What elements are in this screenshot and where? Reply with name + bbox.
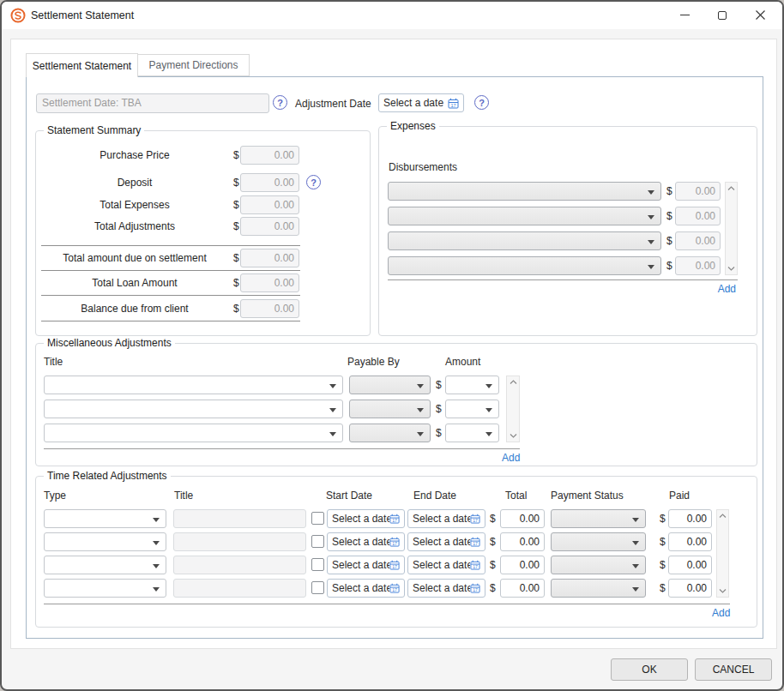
- time-add-link[interactable]: Add: [712, 607, 730, 619]
- time-total-input[interactable]: 0.00: [500, 579, 545, 598]
- balance-due-from-client-input[interactable]: 0.00: [240, 299, 299, 318]
- adjustment-date-help-icon[interactable]: ?: [474, 95, 489, 110]
- time-type-dropdown[interactable]: [44, 556, 166, 574]
- time-paid-input[interactable]: 0.00: [668, 509, 712, 528]
- tab-payment-directions[interactable]: Payment Directions: [137, 54, 250, 76]
- purchase-price-input[interactable]: 0.00: [240, 146, 299, 165]
- disbursement-type-dropdown[interactable]: [388, 256, 661, 275]
- time-end-date-picker[interactable]: Select a date 17: [407, 532, 485, 551]
- time-payment-status-dropdown[interactable]: [551, 509, 646, 528]
- time-start-date-picker[interactable]: Select a date 17: [327, 532, 405, 551]
- end-date-placeholder: Select a date: [413, 582, 470, 594]
- currency-symbol: $: [436, 400, 442, 418]
- deposit-input[interactable]: 0.00: [240, 173, 299, 192]
- misc-amount-dropdown[interactable]: [445, 424, 499, 442]
- time-start-date-header: Start Date: [326, 490, 372, 502]
- adjustment-date-placeholder: Select a date: [383, 97, 448, 109]
- time-total-input[interactable]: 0.00: [500, 556, 545, 574]
- time-end-date-picker[interactable]: Select a date 17: [407, 579, 485, 598]
- misc-payable-by-dropdown[interactable]: [349, 400, 431, 418]
- misc-title-dropdown[interactable]: [44, 400, 343, 418]
- time-row-checkbox[interactable]: [311, 558, 324, 571]
- disbursement-amount-input[interactable]: 0.00: [675, 231, 721, 250]
- time-start-date-picker[interactable]: Select a date 17: [327, 579, 405, 598]
- time-title-field[interactable]: [173, 509, 306, 528]
- currency-symbol: $: [233, 173, 239, 192]
- time-payment-status-dropdown[interactable]: [551, 532, 646, 551]
- total-due-on-settlement-input[interactable]: 0.00: [240, 249, 299, 267]
- time-paid-input[interactable]: 0.00: [668, 532, 712, 551]
- time-payment-status-dropdown[interactable]: [551, 556, 646, 574]
- chevron-down-icon: [510, 433, 517, 438]
- time-title-field[interactable]: [173, 532, 306, 551]
- time-type-dropdown[interactable]: [44, 579, 166, 598]
- chevron-down-icon: [485, 384, 492, 388]
- misc-amount-dropdown[interactable]: [445, 376, 499, 394]
- calendar-icon: 17: [470, 514, 480, 524]
- disbursement-type-dropdown[interactable]: [388, 207, 661, 225]
- cancel-button[interactable]: CANCEL: [695, 658, 772, 681]
- adjustment-date-picker[interactable]: Select a date 17: [378, 93, 464, 112]
- ok-button[interactable]: OK: [611, 658, 688, 681]
- time-paid-input[interactable]: 0.00: [668, 579, 712, 598]
- disbursement-amount-input[interactable]: 0.00: [675, 182, 721, 201]
- statement-summary-group: Statement Summary Purchase Price $ 0.00 …: [35, 130, 371, 336]
- time-total-input[interactable]: 0.00: [500, 532, 545, 551]
- minimize-button[interactable]: [666, 2, 703, 28]
- misc-scrollbar[interactable]: [506, 376, 520, 442]
- expenses-scrollbar[interactable]: [725, 182, 738, 275]
- expenses-add-link[interactable]: Add: [718, 283, 736, 295]
- chevron-down-icon: [648, 215, 654, 219]
- time-payment-status-dropdown[interactable]: [551, 579, 646, 598]
- tab-payment-directions-label: Payment Directions: [148, 59, 238, 71]
- time-row-checkbox[interactable]: [311, 535, 324, 548]
- time-type-dropdown[interactable]: [44, 509, 166, 528]
- time-title-field[interactable]: [173, 556, 306, 574]
- time-divider: [44, 604, 730, 604]
- total-expenses-input[interactable]: 0.00: [240, 195, 299, 214]
- misc-payable-by-dropdown[interactable]: [349, 376, 431, 394]
- summary-divider: [41, 270, 300, 271]
- time-start-date-picker[interactable]: Select a date 17: [327, 556, 405, 574]
- time-title-field[interactable]: [173, 579, 306, 598]
- maximize-button[interactable]: [703, 2, 741, 28]
- time-scrollbar[interactable]: [716, 509, 729, 598]
- currency-symbol: $: [233, 299, 239, 318]
- close-button[interactable]: [741, 2, 779, 28]
- disbursement-type-dropdown[interactable]: [388, 182, 661, 201]
- time-total-input[interactable]: 0.00: [500, 509, 545, 528]
- disbursement-type-dropdown[interactable]: [388, 231, 661, 250]
- calendar-icon: 17: [470, 583, 480, 593]
- calendar-icon: 17: [389, 560, 400, 570]
- misc-payable-by-dropdown[interactable]: [349, 424, 431, 442]
- time-type-dropdown[interactable]: [44, 532, 166, 551]
- total-adjustments-label: Total Adjustments: [41, 217, 228, 236]
- time-row-checkbox[interactable]: [311, 512, 324, 525]
- chevron-up-icon: [510, 380, 517, 385]
- disbursement-amount-input[interactable]: 0.00: [675, 256, 721, 275]
- time-row-checkbox[interactable]: [311, 581, 324, 594]
- deposit-help-icon[interactable]: ?: [306, 175, 321, 189]
- total-adjustments-input[interactable]: 0.00: [240, 217, 299, 236]
- settlement-date-field[interactable]: Settlement Date: TBA: [36, 93, 269, 113]
- misc-amount-dropdown[interactable]: [445, 400, 499, 418]
- disbursement-amount-input[interactable]: 0.00: [675, 207, 721, 225]
- total-loan-amount-input[interactable]: 0.00: [240, 273, 299, 292]
- settlement-date-help-icon[interactable]: ?: [273, 95, 287, 110]
- time-end-date-picker[interactable]: Select a date 17: [407, 509, 485, 528]
- misc-title-dropdown[interactable]: [44, 424, 343, 442]
- time-end-date-picker[interactable]: Select a date 17: [407, 556, 485, 574]
- currency-symbol: $: [233, 146, 239, 165]
- calendar-icon: 17: [389, 514, 400, 524]
- expenses-legend: Expenses: [387, 120, 439, 132]
- calendar-icon: 17: [389, 583, 400, 593]
- time-start-date-picker[interactable]: Select a date 17: [327, 509, 405, 528]
- misc-title-dropdown[interactable]: [44, 376, 343, 394]
- dialog-content-panel: Settlement Statement Payment Directions …: [10, 39, 777, 649]
- chevron-down-icon: [632, 541, 639, 545]
- misc-divider: [44, 448, 520, 449]
- misc-add-link[interactable]: Add: [502, 452, 520, 464]
- tab-settlement-statement[interactable]: Settlement Statement: [26, 53, 138, 77]
- settlement-statement-tab-page: Settlement Date: TBA ? Adjustment Date S…: [26, 76, 763, 639]
- time-paid-input[interactable]: 0.00: [668, 556, 712, 574]
